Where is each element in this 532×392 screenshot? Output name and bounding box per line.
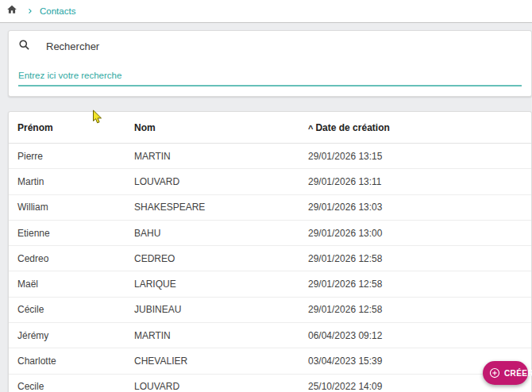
- cell-lastname: LOUVARD: [134, 381, 308, 392]
- search-icon: [18, 39, 30, 54]
- search-panel-title: Rechercher: [46, 40, 99, 52]
- table-row[interactable]: Charlotte CHEVALIER 03/04/2023 15:39: [9, 348, 531, 374]
- cell-created: 29/01/2026 13:11: [308, 176, 531, 187]
- cell-lastname: LARIQUE: [134, 279, 308, 290]
- cell-lastname: MARTIN: [134, 330, 308, 341]
- cell-created: 29/01/2026 13:15: [308, 151, 531, 162]
- create-button[interactable]: CRÉER: [483, 361, 528, 385]
- cell-created: 29/01/2026 13:00: [308, 228, 531, 239]
- cell-lastname: CHEVALIER: [134, 355, 308, 367]
- cell-lastname: SHAKESPEARE: [134, 202, 308, 213]
- cell-firstname: William: [17, 202, 134, 213]
- cell-firstname: Charlotte: [17, 355, 134, 367]
- column-header-lastname[interactable]: Nom: [134, 122, 308, 133]
- cell-lastname: MARTIN: [134, 151, 308, 162]
- home-icon: [6, 4, 17, 18]
- table-row[interactable]: Cedreo CEDREO 29/01/2026 12:58: [9, 246, 531, 271]
- cell-lastname: BAHU: [134, 228, 308, 239]
- cell-firstname: Maël: [17, 279, 134, 290]
- home-button[interactable]: [6, 4, 17, 18]
- create-button-label: CRÉER: [504, 369, 532, 378]
- cell-created: 29/01/2026 12:58: [308, 253, 531, 264]
- breadcrumb-contacts-link[interactable]: Contacts: [40, 6, 75, 16]
- breadcrumb: Contacts: [0, 0, 532, 23]
- column-header-created-label: Date de création: [315, 122, 389, 133]
- cell-created: 29/01/2026 12:58: [308, 304, 531, 315]
- cell-firstname: Martin: [17, 176, 134, 187]
- table-row[interactable]: Etienne BAHU 29/01/2026 13:00: [9, 221, 531, 246]
- table-row[interactable]: William SHAKESPEARE 29/01/2026 13:03: [9, 195, 531, 221]
- plus-circle-icon: [489, 367, 500, 379]
- cell-firstname: Cécile: [17, 304, 134, 315]
- search-input[interactable]: [18, 66, 522, 86]
- sort-ascending-icon: ^: [308, 124, 313, 133]
- table-row[interactable]: Martin LOUVARD 29/01/2026 13:11: [9, 169, 531, 194]
- cell-created: 29/01/2026 13:03: [308, 202, 531, 213]
- contacts-table: Prénom Nom ^Date de création Pierre MART…: [8, 111, 532, 392]
- table-row[interactable]: Pierre MARTIN 29/01/2026 13:15: [9, 144, 531, 169]
- cell-firstname: Jérémy: [17, 330, 134, 341]
- search-panel: Rechercher: [8, 30, 532, 97]
- cell-lastname: JUBINEAU: [134, 304, 308, 315]
- cell-created: 29/01/2026 12:58: [308, 279, 531, 290]
- cell-created: 06/04/2023 09:12: [308, 330, 531, 341]
- chevron-right-icon: [25, 6, 35, 16]
- table-row[interactable]: Maël LARIQUE 29/01/2026 12:58: [9, 271, 531, 297]
- column-header-firstname[interactable]: Prénom: [17, 122, 134, 133]
- table-body: Pierre MARTIN 29/01/2026 13:15 Martin LO…: [9, 144, 531, 392]
- cell-firstname: Etienne: [17, 228, 134, 239]
- cell-lastname: LOUVARD: [134, 176, 308, 187]
- table-row[interactable]: Cecile LOUVARD 25/10/2022 14:09: [9, 375, 531, 392]
- cell-firstname: Pierre: [17, 151, 134, 162]
- column-header-created[interactable]: ^Date de création: [308, 122, 531, 133]
- cell-firstname: Cecile: [17, 381, 134, 392]
- table-header: Prénom Nom ^Date de création: [9, 112, 531, 144]
- table-row[interactable]: Cécile JUBINEAU 29/01/2026 12:58: [9, 298, 531, 323]
- table-row[interactable]: Jérémy MARTIN 06/04/2023 09:12: [9, 323, 531, 348]
- cell-lastname: CEDREO: [134, 253, 308, 264]
- cell-firstname: Cedreo: [17, 253, 134, 264]
